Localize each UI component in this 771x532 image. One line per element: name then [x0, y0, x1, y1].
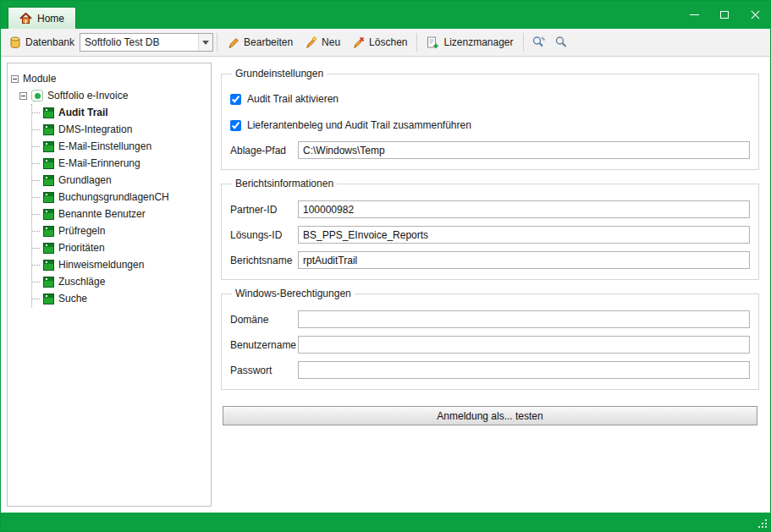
domaene-input[interactable] — [298, 310, 750, 328]
berichtsinformationen-legend: Berichtsinformationen — [232, 178, 337, 189]
benutzername-input[interactable] — [298, 336, 750, 354]
tab-home[interactable]: Home — [8, 7, 76, 29]
audit-trail-aktivieren-row: Audit Trail aktivieren — [230, 90, 750, 107]
tree-item-hinweismeldungen[interactable]: Hinweismeldungen — [32, 256, 207, 273]
collapse-icon[interactable] — [19, 92, 27, 100]
tree-item-label: BuchungsgrundlagenCH — [58, 191, 169, 203]
statusbar — [1, 513, 770, 531]
e-invoice-icon — [31, 90, 43, 101]
loeschen-button[interactable]: Löschen — [346, 33, 413, 52]
collapse-icon[interactable] — [11, 75, 19, 83]
anmeldung-testen-button[interactable]: Anmeldung als... testen — [223, 406, 757, 425]
database-select[interactable]: Softfolio Test DB — [80, 33, 213, 52]
search-settings-button[interactable] — [527, 32, 550, 52]
tree-item-audit-trail[interactable]: Audit Trail — [32, 104, 207, 121]
datenbank-label-group: Datenbank — [6, 36, 78, 49]
minimize-button[interactable] — [679, 3, 709, 27]
neu-label: Neu — [322, 36, 340, 48]
partner-id-row: Partner-ID — [230, 200, 750, 218]
tree-item-email-erinnerung[interactable]: E-Mail-Erinnerung — [32, 155, 207, 172]
tree-item-suche[interactable]: Suche — [32, 290, 207, 307]
berichtsname-row: Berichtsname — [230, 251, 750, 269]
tree-item-label: Prioritäten — [58, 242, 105, 254]
tree-node-module[interactable]: Module — [11, 70, 207, 87]
tree-item-buchungsgrundlagen-ch[interactable]: BuchungsgrundlagenCH — [32, 189, 207, 206]
zusammenfuehren-label: Lieferantenbeleg und Audit Trail zusamme… — [247, 119, 471, 131]
zusammenfuehren-row: Lieferantenbeleg und Audit Trail zusamme… — [230, 117, 750, 134]
search-wrench-icon — [531, 36, 546, 49]
tree-item-label: Suche — [58, 293, 87, 304]
edit-icon — [227, 36, 240, 49]
home-icon — [19, 13, 32, 24]
partner-id-input[interactable] — [298, 200, 750, 218]
tree-node-module-label: Module — [23, 73, 56, 85]
tree-item-label: E-Mail-Einstellungen — [58, 140, 151, 152]
tree-node-softfolio-e-invoice[interactable]: Softfolio e-Invoice — [19, 87, 207, 104]
toolbar-separator — [523, 33, 524, 52]
close-button[interactable] — [740, 3, 770, 27]
tree-item-zuschlaege[interactable]: Zuschläge — [32, 273, 207, 290]
loeschen-label: Löschen — [369, 36, 407, 48]
berichtsname-label: Berichtsname — [230, 255, 298, 266]
titlebar: Home — [1, 1, 770, 29]
main-area: Module Softfolio e-Invoice Audit Trail D… — [1, 57, 770, 513]
datenbank-label: Datenbank — [25, 36, 74, 48]
settings-panel: Grundeinstellungen Audit Trail aktiviere… — [218, 63, 764, 507]
search-icon — [554, 36, 568, 49]
grundeinstellungen-group: Grundeinstellungen Audit Trail aktiviere… — [221, 68, 759, 170]
toolbar-separator — [416, 33, 417, 52]
module-icon — [43, 226, 54, 237]
passwort-input[interactable] — [298, 361, 750, 379]
toolbar-separator — [217, 33, 218, 52]
window-controls — [679, 1, 770, 29]
partner-id-label: Partner-ID — [230, 204, 298, 216]
grundeinstellungen-legend: Grundeinstellungen — [232, 68, 327, 80]
tree-item-label: DMS-Integration — [58, 123, 132, 135]
module-icon — [43, 209, 54, 220]
module-icon — [43, 124, 54, 135]
tree-item-label: Hinweismeldungen — [58, 259, 144, 271]
tree-node-softfolio-e-invoice-label: Softfolio e-Invoice — [47, 90, 128, 101]
module-icon — [43, 175, 54, 186]
home-tab-label: Home — [37, 13, 64, 25]
loesungs-id-row: Lösungs-ID — [230, 226, 750, 244]
berichtsinformationen-group: Berichtsinformationen Partner-ID Lösungs… — [221, 178, 759, 280]
resize-grip[interactable] — [765, 526, 767, 528]
maximize-icon — [720, 11, 729, 19]
ablage-pfad-input[interactable] — [298, 141, 750, 159]
license-icon — [427, 36, 439, 49]
tree-children: Audit Trail DMS-Integration E-Mail-Einst… — [31, 104, 207, 307]
benutzername-row: Benutzername — [230, 336, 750, 354]
tree-item-grundlagen[interactable]: Grundlagen — [32, 172, 207, 189]
tree-item-pruefregeln[interactable]: Prüfregeln — [32, 222, 207, 239]
passwort-label: Passwort — [230, 365, 298, 376]
bearbeiten-button[interactable]: Bearbeiten — [221, 33, 299, 52]
module-tree-panel: Module Softfolio e-Invoice Audit Trail D… — [7, 63, 212, 507]
zusammenfuehren-checkbox[interactable] — [230, 120, 241, 131]
database-select-value: Softfolio Test DB — [80, 36, 198, 48]
module-icon — [43, 243, 54, 254]
domaene-label: Domäne — [230, 314, 298, 326]
tree-item-label: Zuschläge — [58, 276, 105, 288]
bearbeiten-label: Bearbeiten — [244, 36, 293, 48]
tree-item-benannte-benutzer[interactable]: Benannte Benutzer — [32, 206, 207, 222]
audit-trail-aktivieren-checkbox[interactable] — [230, 94, 241, 105]
maximize-button[interactable] — [709, 3, 740, 27]
passwort-row: Passwort — [230, 361, 750, 379]
lizenzmanager-label: Lizenzmanager — [443, 36, 513, 48]
module-icon — [43, 277, 54, 288]
benutzername-label: Benutzername — [230, 339, 298, 351]
toolbar: Datenbank Softfolio Test DB Bearbeiten — [1, 29, 770, 57]
search-button[interactable] — [550, 32, 572, 52]
berichtsname-input[interactable] — [298, 251, 750, 269]
tree-item-prioritaeten[interactable]: Prioritäten — [32, 239, 207, 256]
tree-item-email-einstellungen[interactable]: E-Mail-Einstellungen — [32, 138, 207, 155]
loesungs-id-input[interactable] — [298, 226, 750, 244]
neu-button[interactable]: Neu — [299, 33, 346, 52]
close-icon — [751, 10, 760, 19]
audit-trail-aktivieren-label: Audit Trail aktivieren — [247, 93, 339, 105]
database-select-dropdown-button[interactable] — [198, 34, 212, 51]
module-icon — [43, 192, 54, 203]
tree-item-dms-integration[interactable]: DMS-Integration — [32, 121, 207, 138]
lizenzmanager-button[interactable]: Lizenzmanager — [421, 33, 519, 52]
